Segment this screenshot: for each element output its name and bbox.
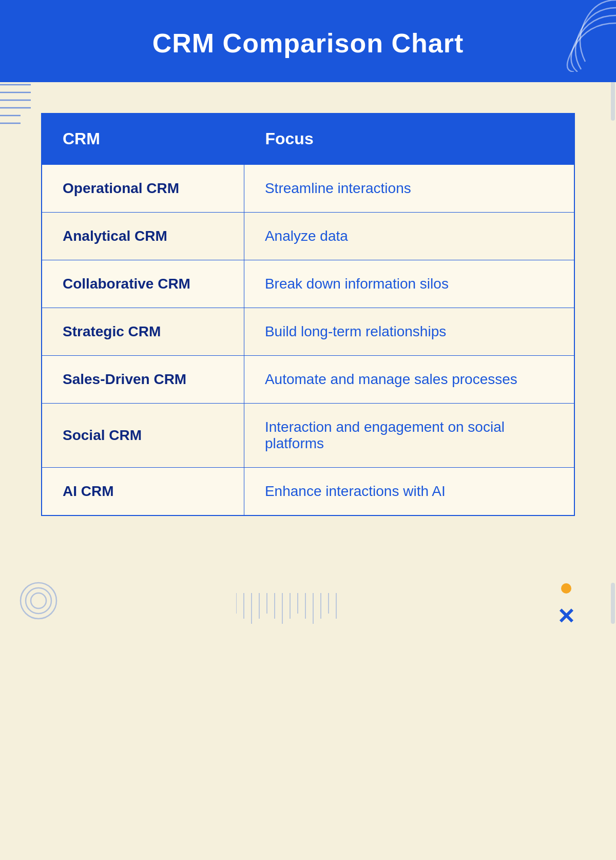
crm-name-cell: Collaborative CRM	[42, 260, 244, 308]
table-row: Operational CRMStreamline interactions	[42, 164, 574, 213]
crm-name-cell: Analytical CRM	[42, 213, 244, 260]
page-header: CRM Comparison Chart	[0, 0, 616, 82]
col-header-focus: Focus	[244, 113, 574, 164]
logo-x-mark: ✕	[557, 604, 575, 629]
crm-comparison-table: CRM Focus Operational CRMStreamline inte…	[41, 113, 575, 516]
table-row: Strategic CRMBuild long-term relationshi…	[42, 308, 574, 356]
crm-focus-cell: Analyze data	[244, 213, 574, 260]
crm-focus-cell: Interaction and engagement on social pla…	[244, 404, 574, 468]
footer-area: ✕	[0, 567, 616, 639]
crm-name-cell: Strategic CRM	[42, 308, 244, 356]
col-header-crm: CRM	[42, 113, 244, 164]
crm-name-cell: AI CRM	[42, 468, 244, 516]
crm-focus-cell: Build long-term relationships	[244, 308, 574, 356]
bottom-right-decoration	[608, 583, 616, 624]
crm-name-cell: Operational CRM	[42, 164, 244, 213]
main-content: CRM Focus Operational CRMStreamline inte…	[0, 82, 616, 557]
svg-point-23	[31, 593, 46, 608]
crm-focus-cell: Automate and manage sales processes	[244, 356, 574, 404]
bottom-left-decoration	[15, 578, 62, 624]
svg-point-22	[26, 588, 51, 614]
table-row: AI CRMEnhance interactions with AI	[42, 468, 574, 516]
svg-rect-24	[611, 583, 615, 624]
table-row: Analytical CRMAnalyze data	[42, 213, 574, 260]
crm-name-cell: Social CRM	[42, 404, 244, 468]
header-decoration-arcs	[544, 0, 616, 72]
logo-dot	[561, 583, 571, 594]
table-row: Collaborative CRMBreak down information …	[42, 260, 574, 308]
table-header-row: CRM Focus	[42, 113, 574, 164]
table-row: Social CRMInteraction and engagement on …	[42, 404, 574, 468]
crm-focus-cell: Break down information silos	[244, 260, 574, 308]
bottom-center-decoration	[236, 593, 339, 624]
page-title: CRM Comparison Chart	[152, 28, 464, 59]
crm-name-cell: Sales-Driven CRM	[42, 356, 244, 404]
logo: ✕	[557, 583, 575, 629]
crm-focus-cell: Enhance interactions with AI	[244, 468, 574, 516]
table-row: Sales-Driven CRMAutomate and manage sale…	[42, 356, 574, 404]
crm-focus-cell: Streamline interactions	[244, 164, 574, 213]
